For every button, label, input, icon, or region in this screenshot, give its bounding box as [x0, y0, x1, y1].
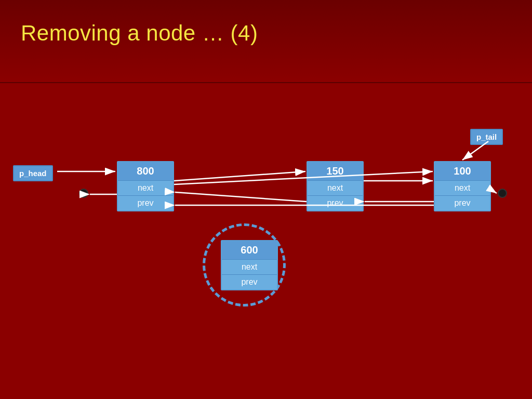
slide-title: Removing a node … (4): [21, 21, 258, 46]
node-800-prev: prev: [118, 196, 173, 210]
node-150-prev-to-800: [175, 192, 307, 202]
p-head-label: p_head: [13, 165, 53, 181]
node-600-value: 600: [222, 241, 277, 260]
node-800-next-to-150: [174, 171, 305, 181]
node-800-next: next: [118, 181, 173, 196]
node-100-prev: prev: [435, 196, 490, 210]
node-800-value: 800: [118, 162, 173, 181]
node-600-next: next: [222, 260, 277, 275]
node-150-prev: prev: [308, 196, 363, 210]
node-800-next-to-100: [174, 171, 433, 184]
node-100: 100 next prev: [434, 161, 491, 211]
node-800: 800 next prev: [117, 161, 174, 211]
node-100-next: next: [435, 181, 490, 196]
node-600-prev: prev: [222, 275, 277, 289]
node-100-value: 100: [435, 162, 490, 181]
node-150-value: 150: [308, 162, 363, 181]
null-dot-left: [79, 189, 88, 198]
p-tail-label: p_tail: [470, 129, 503, 145]
node-150: 150 next prev: [307, 161, 364, 211]
node-600: 600 next prev: [221, 240, 278, 290]
null-dot-right: [498, 189, 507, 198]
node-100-next-null: [491, 190, 497, 193]
node-150-next: next: [308, 181, 363, 196]
